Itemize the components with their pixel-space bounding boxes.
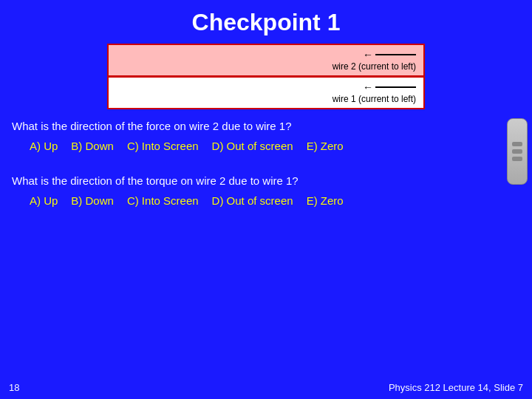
q2-option-c: C) Into Screen	[127, 194, 199, 207]
wire2-arrowhead-icon: ←	[363, 49, 373, 61]
remote-control	[507, 118, 528, 185]
q2-option-e: E) Zero	[307, 194, 344, 207]
wire1-line	[375, 86, 416, 88]
wire1-label: wire 1 (current to left)	[332, 94, 416, 104]
q1-option-c: C) Into Screen	[127, 140, 199, 152]
remote-btn-2	[512, 149, 522, 154]
diagram-box: ← wire 2 (current to left) ← wire 1 (cur…	[107, 44, 425, 109]
page-title: Checkpoint 1	[0, 0, 532, 44]
question2-section: What is the direction of the torque on w…	[0, 171, 532, 207]
wire1-arrow: ←	[363, 81, 416, 93]
q2-option-a: A) Up	[30, 194, 58, 207]
wire2-content: ← wire 2 (current to left)	[332, 49, 416, 72]
wire2-row: ← wire 2 (current to left)	[109, 45, 423, 78]
q2-option-d: D) Out of screen	[212, 194, 293, 207]
wire2-arrow: ←	[363, 49, 416, 61]
remote-btn-3	[512, 157, 522, 161]
wire1-content: ← wire 1 (current to left)	[332, 81, 416, 104]
q1-option-a: A) Up	[30, 140, 58, 152]
q1-option-d: D) Out of screen	[212, 140, 293, 152]
remote-btn-1	[512, 142, 522, 146]
wire2-line	[375, 54, 416, 55]
slide-number: 18	[9, 382, 19, 393]
course-info: Physics 212 Lecture 14, Slide 7	[389, 382, 523, 393]
divider	[0, 161, 532, 171]
question1-section: What is the direction of the force on wi…	[0, 117, 532, 152]
wire1-row: ← wire 1 (current to left)	[109, 78, 423, 108]
question2-answers: A) Up B) Down C) Into Screen D) Out of s…	[12, 194, 520, 207]
q1-option-e: E) Zero	[307, 140, 344, 152]
q1-option-b: B) Down	[71, 140, 114, 152]
wire2-label: wire 2 (current to left)	[332, 61, 416, 72]
question2-text: What is the direction of the torque on w…	[12, 174, 520, 187]
diagram: ← wire 2 (current to left) ← wire 1 (cur…	[0, 44, 532, 109]
question1-text: What is the direction of the force on wi…	[12, 120, 520, 132]
wire1-arrowhead-icon: ←	[363, 81, 373, 93]
question1-answers: A) Up B) Down C) Into Screen D) Out of s…	[12, 140, 520, 152]
q2-option-b: B) Down	[71, 194, 114, 207]
